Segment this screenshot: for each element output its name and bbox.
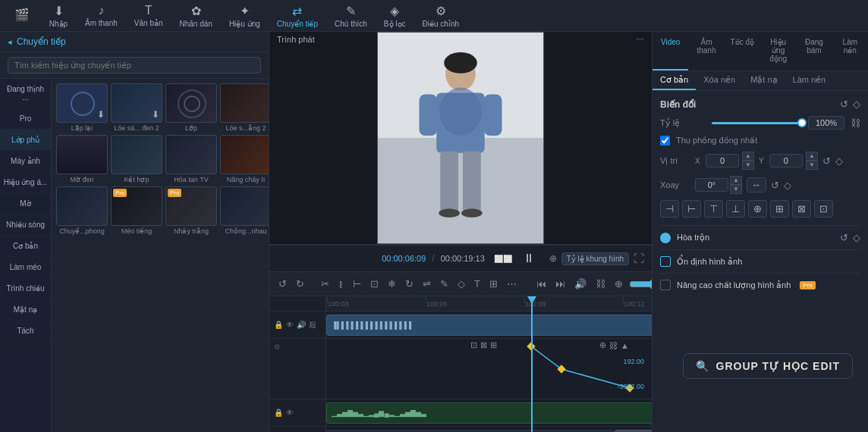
toolbar-text[interactable]: T Văn bản — [128, 2, 169, 30]
play-next-button[interactable]: ⏭ — [552, 277, 568, 291]
transition-thumb-lop[interactable]: Lớp — [165, 83, 217, 132]
transition-thumb-chongnhau[interactable]: Chồng...nhau — [220, 186, 269, 235]
toolbar-audio[interactable]: ♪ Âm thanh — [79, 2, 124, 30]
reset-rotation-button[interactable]: ↺ — [771, 180, 779, 191]
volume-button[interactable]: 🔊 — [571, 277, 590, 291]
scale-slider[interactable] — [712, 122, 802, 124]
search-input[interactable] — [8, 57, 261, 74]
transition-thumb-kethop[interactable]: Kết hợp — [111, 135, 162, 183]
toolbar-adjust[interactable]: ⚙ Điều chỉnh — [417, 2, 465, 30]
preview-settings-icon[interactable]: ⋯ — [636, 35, 644, 45]
enhance-checkbox[interactable] — [660, 280, 671, 290]
rotation-input[interactable] — [695, 178, 728, 192]
blend-toggle[interactable] — [660, 233, 671, 243]
category-item-pro[interactable]: Pro — [0, 108, 51, 130]
transition-thumb-hoatan[interactable]: Hòa tan TV — [165, 135, 217, 183]
tab-video[interactable]: Video — [653, 32, 688, 70]
link-button[interactable]: ⛓ — [593, 277, 609, 291]
align-center-h-button[interactable]: ⊢ — [682, 200, 701, 218]
transition-thumb-meotieng[interactable]: Pro Méo tiếng — [111, 186, 162, 235]
expand-icon[interactable]: ⊕ — [599, 340, 606, 350]
video-clip[interactable]: ▐▌▌▌▌▌▌▌▌▌▌▌▌▌▌▌▌ — [326, 315, 652, 336]
undo-button[interactable]: ↺ — [275, 277, 290, 291]
eye-icon[interactable]: 👁 — [286, 321, 294, 329]
download-icon[interactable]: ⬇ — [152, 109, 159, 120]
pen-button[interactable]: ✎ — [437, 277, 451, 291]
x-down-button[interactable]: ▼ — [742, 161, 754, 170]
transition-thumb-chuyephong[interactable]: Chuyể...phong — [56, 186, 108, 235]
subtab-mask[interactable]: Mặt nạ — [743, 71, 785, 90]
link-scale-button[interactable]: ⛓ — [851, 117, 860, 129]
motion-icon-3[interactable]: ⊞ — [490, 340, 497, 350]
tab-tracking[interactable]: Đang bám — [796, 32, 832, 70]
chevron-up-icon[interactable]: ▲ — [621, 341, 629, 350]
audio-eye-icon[interactable]: 👁 — [286, 409, 294, 417]
back-arrow-icon[interactable]: ◂ — [8, 37, 12, 47]
category-item-overlay[interactable]: Lớp phủ — [0, 130, 51, 151]
tab-animation[interactable]: Hiệu ứng động — [760, 32, 796, 70]
crop-button[interactable]: ⊡ — [367, 277, 382, 291]
y-up-button[interactable]: ▲ — [806, 152, 818, 161]
y-down-button[interactable]: ▼ — [806, 161, 818, 170]
keyframe-position-button[interactable]: ◇ — [835, 155, 843, 167]
category-item-split[interactable]: Tách — [0, 321, 51, 342]
uniform-checkbox[interactable] — [660, 136, 670, 146]
toolbar-filter[interactable]: ◈ Bộ lọc — [378, 2, 412, 30]
align-h-distribute-button[interactable]: ⊠ — [792, 200, 811, 218]
reset-transform-button[interactable]: ↺ — [840, 99, 848, 110]
stabilize-checkbox[interactable] — [660, 256, 671, 267]
redo-button[interactable]: ↻ — [293, 277, 307, 291]
align-bottom-button[interactable]: ⊞ — [770, 200, 789, 218]
align-left-button[interactable]: ⊣ — [660, 200, 679, 218]
mirror-button[interactable]: ⇌ — [420, 277, 434, 291]
transition-thumb-loesang2[interactable]: Lóe s...ắng 2 — [220, 83, 269, 132]
y-input[interactable] — [769, 154, 803, 167]
tab-audio[interactable]: Âm thanh — [688, 32, 724, 70]
play-prev-button[interactable]: ⏮ — [533, 277, 549, 291]
trim-button[interactable]: ⊢ — [350, 277, 364, 291]
fullscreen-icon[interactable]: ⛶ — [634, 252, 644, 265]
transition-thumb-nangchay[interactable]: Năng cháy II — [220, 135, 269, 183]
magnet-button[interactable]: ⊕ — [612, 277, 626, 291]
transition-thumb-loesaden2[interactable]: ⬇ Lóe sá... đen 2 — [111, 83, 162, 132]
category-item-slide[interactable]: Trình chiếu — [0, 278, 51, 299]
freeze-button[interactable]: ❄ — [385, 277, 399, 291]
toolbar-import[interactable]: ⬇ Nhập — [42, 2, 74, 30]
more-button[interactable]: ⋯ — [504, 277, 520, 291]
transition-thumb-laplab[interactable]: ⬇ Lặp lại — [56, 83, 108, 132]
category-item-blur[interactable]: Mờ — [0, 193, 51, 214]
align-right-button[interactable]: ⊤ — [704, 200, 723, 218]
motion-icon-2[interactable]: ⊠ — [480, 340, 487, 350]
category-item-trending[interactable]: Đang thịnh ... — [0, 79, 51, 108]
x-input[interactable] — [706, 154, 739, 167]
reset-position-button[interactable]: ↺ — [822, 155, 831, 167]
link2-icon[interactable]: ⛓ — [609, 341, 618, 350]
transition-thumb-nhayrang[interactable]: Pro Nhảy trắng — [165, 186, 217, 235]
keyframe-transform-button[interactable]: ◇ — [853, 99, 860, 110]
category-item-mask[interactable]: Mặt nạ — [0, 299, 51, 321]
mute-icon[interactable]: 🔊 — [297, 321, 306, 329]
toolbar-sticker[interactable]: ✿ Nhãn dán — [174, 2, 219, 30]
download-icon[interactable]: ⬇ — [97, 109, 105, 120]
play-pause-button[interactable]: ⏸ — [518, 250, 539, 267]
flip-horizontal-button[interactable]: ↔ — [747, 177, 766, 193]
tab-background[interactable]: Làm nền — [832, 32, 868, 70]
rot-up-button[interactable]: ▲ — [730, 176, 742, 185]
audio-lock-icon[interactable]: 🔒 — [274, 409, 283, 417]
connect-button[interactable]: ⊞ — [486, 277, 501, 291]
scale-input[interactable] — [808, 116, 844, 130]
subtab-basic[interactable]: Cơ bản — [653, 71, 696, 90]
split-button[interactable]: ⫿ — [335, 277, 347, 291]
keyframe-blend-button[interactable]: ◇ — [853, 232, 860, 243]
shape-button[interactable]: ◇ — [454, 277, 468, 291]
preview-zoom-icon[interactable]: ⊕ — [549, 253, 557, 264]
lock-icon[interactable]: 🔒 — [274, 321, 283, 329]
align-top-button[interactable]: ⊥ — [726, 200, 745, 218]
category-item-basic[interactable]: Cơ bản — [0, 236, 51, 257]
x-up-button[interactable]: ▲ — [742, 152, 754, 161]
rotate-button[interactable]: ↻ — [402, 277, 417, 291]
rot-down-button[interactable]: ▼ — [730, 185, 742, 194]
text-button[interactable]: T — [471, 277, 483, 291]
cut-button[interactable]: ✂ — [318, 277, 332, 291]
motion-icon-1[interactable]: ⊡ — [470, 340, 477, 350]
